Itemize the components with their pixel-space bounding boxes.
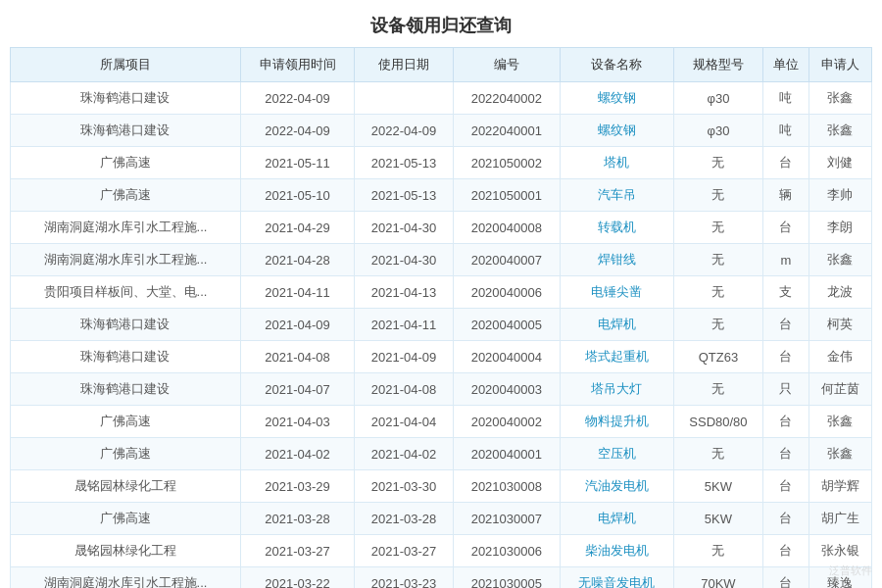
table-cell: 台 [763,341,809,373]
table-row: 贵阳项目样板间、大堂、电...2021-04-112021-04-1320200… [11,276,872,309]
table-cell: 2022-04-09 [240,115,354,147]
table-cell: 台 [763,147,809,179]
table-cell: 辆 [763,179,809,212]
table-cell: 2021-04-09 [240,309,354,341]
table-cell[interactable]: 塔式起重机 [560,341,673,373]
table-cell[interactable]: 电焊机 [560,309,673,341]
table-cell: 5KW [673,470,762,503]
table-cell: 胡广生 [808,503,871,535]
table-cell[interactable]: 转载机 [560,212,673,244]
table-wrapper: 所属项目申请领用时间使用日期编号设备名称规格型号单位申请人 珠海鹤港口建设202… [0,47,882,588]
table-cell: 2020040002 [454,406,561,438]
table-cell: 2020040004 [454,341,561,373]
table-cell: 2022-04-09 [355,115,454,147]
table-cell: 2020040006 [454,276,561,309]
table-cell[interactable]: 无噪音发电机 [560,567,673,589]
table-cell: 2021-05-13 [355,147,454,179]
table-cell: 无 [673,212,762,244]
table-cell[interactable]: 物料提升机 [560,406,673,438]
table-cell[interactable]: 塔吊大灯 [560,373,673,406]
table-cell: 吨 [763,82,809,115]
table-cell: 2021-04-30 [355,244,454,276]
table-cell: 吨 [763,115,809,147]
table-cell: 台 [763,470,809,503]
table-row: 晟铭园林绿化工程2021-03-292021-03-302021030008汽油… [11,470,872,503]
table-cell: 台 [763,503,809,535]
table-cell: 2021-05-10 [240,179,354,212]
table-cell: 2021-04-08 [355,373,454,406]
table-cell: 2021-04-11 [355,309,454,341]
main-table: 所属项目申请领用时间使用日期编号设备名称规格型号单位申请人 珠海鹤港口建设202… [10,47,872,588]
table-cell: 2021-03-29 [240,470,354,503]
table-cell: 只 [763,373,809,406]
table-row: 湖南洞庭湖水库引水工程施...2021-04-282021-04-3020200… [11,244,872,276]
table-cell: 2021030005 [454,567,561,589]
table-cell[interactable]: 焊钳线 [560,244,673,276]
table-cell: 2021-04-08 [240,341,354,373]
table-cell[interactable]: 柴油发电机 [560,535,673,567]
table-cell: QTZ63 [673,341,762,373]
table-cell[interactable]: 塔机 [560,147,673,179]
table-cell: 2021-03-23 [355,567,454,589]
table-row: 广佛高速2021-04-022021-04-022020040001空压机无台张… [11,438,872,470]
table-cell[interactable]: 电锤尖凿 [560,276,673,309]
table-cell: 无 [673,147,762,179]
table-cell: 广佛高速 [11,503,241,535]
table-cell[interactable]: 螺纹钢 [560,115,673,147]
table-cell: 无 [673,179,762,212]
table-cell: 台 [763,535,809,567]
column-header: 使用日期 [355,48,454,82]
table-cell: 何芷茵 [808,373,871,406]
table-cell: 2022040001 [454,115,561,147]
table-cell: 70KW [673,567,762,589]
table-cell: 金伟 [808,341,871,373]
table-cell: 2021-04-04 [355,406,454,438]
table-cell: m [763,244,809,276]
table-cell: 晟铭园林绿化工程 [11,535,241,567]
table-row: 湖南洞庭湖水库引水工程施...2021-04-292021-04-3020200… [11,212,872,244]
table-cell: 李帅 [808,179,871,212]
table-cell: 台 [763,212,809,244]
table-cell: 支 [763,276,809,309]
table-cell: 柯英 [808,309,871,341]
table-cell: 张鑫 [808,115,871,147]
table-cell: SSD80/80 [673,406,762,438]
table-cell: 无 [673,276,762,309]
table-cell: 2020040007 [454,244,561,276]
column-header: 规格型号 [673,48,762,82]
table-row: 珠海鹤港口建设2021-04-072021-04-082020040003塔吊大… [11,373,872,406]
table-cell: 2021-04-07 [240,373,354,406]
table-row: 广佛高速2021-04-032021-04-042020040002物料提升机S… [11,406,872,438]
table-cell: 张鑫 [808,438,871,470]
table-cell: 台 [763,567,809,589]
table-cell[interactable]: 螺纹钢 [560,82,673,115]
table-cell: 无 [673,535,762,567]
table-cell: 珠海鹤港口建设 [11,82,241,115]
table-cell: 2020040003 [454,373,561,406]
watermark: 泛普软件 [829,564,872,578]
table-cell[interactable]: 汽车吊 [560,179,673,212]
table-cell: 无 [673,373,762,406]
table-row: 广佛高速2021-05-102021-05-132021050001汽车吊无辆李… [11,179,872,212]
table-cell: 2021-03-22 [240,567,354,589]
table-cell: 2021-04-02 [240,438,354,470]
table-cell: 2020040001 [454,438,561,470]
table-cell: 2021-03-27 [240,535,354,567]
table-cell: 张永银 [808,535,871,567]
table-cell: 2021030006 [454,535,561,567]
column-header: 单位 [763,48,809,82]
table-cell[interactable]: 空压机 [560,438,673,470]
table-cell: 珠海鹤港口建设 [11,373,241,406]
column-header: 设备名称 [560,48,673,82]
table-cell: 2021030008 [454,470,561,503]
table-cell: 2021-03-27 [355,535,454,567]
table-cell: φ30 [673,115,762,147]
table-cell: 台 [763,309,809,341]
table-cell[interactable]: 电焊机 [560,503,673,535]
table-row: 珠海鹤港口建设2022-04-092022-04-092022040001螺纹钢… [11,115,872,147]
table-cell: 张鑫 [808,406,871,438]
column-header: 申请人 [808,48,871,82]
table-cell: 2021-04-03 [240,406,354,438]
table-cell[interactable]: 汽油发电机 [560,470,673,503]
table-cell: 李朗 [808,212,871,244]
